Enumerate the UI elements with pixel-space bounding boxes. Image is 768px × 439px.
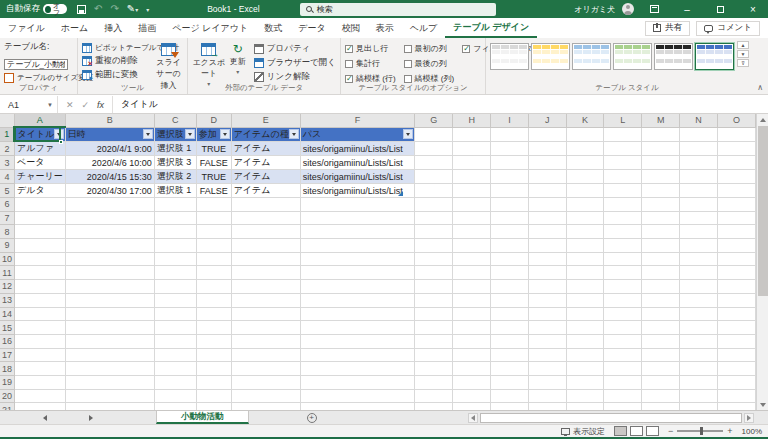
cell[interactable] (566, 156, 604, 170)
column-header-O[interactable]: O (718, 114, 756, 127)
cell[interactable] (680, 348, 718, 362)
cell[interactable] (415, 362, 453, 376)
cell[interactable] (15, 307, 66, 321)
cell[interactable] (491, 321, 529, 335)
cell[interactable] (718, 362, 756, 376)
row-header-11[interactable]: 11 (0, 266, 15, 280)
remove-duplicates-button[interactable]: ✕重複の削除 (82, 55, 154, 67)
cell[interactable] (642, 334, 680, 348)
scroll-right-icon[interactable] (744, 413, 754, 423)
row-header-9[interactable]: 9 (0, 239, 15, 253)
zoom-slider-thumb[interactable] (700, 427, 703, 435)
cell[interactable] (680, 266, 718, 280)
new-sheet-button[interactable]: + (307, 413, 317, 423)
cell[interactable] (604, 307, 642, 321)
cell[interactable] (65, 334, 154, 348)
cell[interactable] (415, 170, 453, 184)
table-header-cell[interactable]: 参加 (196, 127, 231, 142)
cell[interactable] (453, 321, 491, 335)
cell[interactable] (528, 184, 566, 198)
save-icon[interactable] (77, 5, 86, 14)
cell[interactable] (415, 239, 453, 253)
cell[interactable] (604, 225, 642, 239)
name-box-dropdown-icon[interactable]: ▼ (47, 102, 53, 108)
cell[interactable]: ベータ (15, 156, 66, 170)
tab-4[interactable]: ページ レイアウト (164, 18, 256, 38)
cell[interactable] (300, 389, 415, 403)
cell[interactable] (491, 170, 529, 184)
cell[interactable] (491, 156, 529, 170)
cell[interactable] (491, 334, 529, 348)
table-header-cell[interactable]: タイトル (15, 127, 66, 142)
cell[interactable] (300, 348, 415, 362)
collapse-ribbon-icon[interactable]: ∧ (757, 83, 763, 92)
search-input[interactable]: 検索 (300, 3, 496, 16)
cell[interactable] (415, 198, 453, 212)
cell[interactable] (491, 375, 529, 389)
cell[interactable] (415, 334, 453, 348)
horizontal-scrollbar[interactable] (468, 412, 768, 424)
cell[interactable] (528, 127, 566, 142)
cell[interactable] (528, 239, 566, 253)
row-header-19[interactable]: 19 (0, 375, 15, 389)
formula-input[interactable]: タイトル (113, 96, 158, 113)
cell[interactable] (680, 293, 718, 307)
next-sheet-icon[interactable] (84, 411, 98, 424)
cell[interactable] (491, 307, 529, 321)
table-header-cell[interactable]: パス (300, 127, 415, 142)
cell[interactable] (718, 348, 756, 362)
zoom-slider[interactable] (677, 430, 723, 432)
cell[interactable] (604, 170, 642, 184)
row-header-2[interactable]: 2 (0, 142, 15, 156)
cell[interactable] (453, 280, 491, 294)
cell[interactable] (566, 362, 604, 376)
properties-button[interactable]: プロパティ (254, 43, 336, 55)
cell[interactable] (415, 127, 453, 142)
cell[interactable] (642, 170, 680, 184)
cell[interactable] (642, 307, 680, 321)
cell[interactable] (528, 375, 566, 389)
cell[interactable] (15, 348, 66, 362)
autosave-toggle[interactable]: 自動保存 オフ (6, 3, 67, 15)
cell[interactable] (718, 225, 756, 239)
cell[interactable]: 2020/4/30 17:00 (65, 184, 154, 198)
cell[interactable] (491, 198, 529, 212)
cell[interactable] (718, 307, 756, 321)
export-button[interactable]: → エクスポート▾ (192, 41, 226, 87)
style-option-checkbox[interactable]: 最初の列 (404, 43, 455, 54)
cell[interactable] (680, 321, 718, 335)
cell[interactable] (231, 389, 300, 403)
tab-5[interactable]: 数式 (256, 18, 290, 38)
style-option-checkbox[interactable]: 最後の列 (404, 58, 455, 69)
scroll-up-icon[interactable] (758, 114, 768, 125)
cell[interactable] (491, 239, 529, 253)
cell[interactable] (680, 334, 718, 348)
cell[interactable] (604, 321, 642, 335)
cell[interactable] (528, 389, 566, 403)
fill-handle[interactable] (59, 140, 63, 144)
table-header-cell[interactable]: アイテムの種類 (231, 127, 300, 142)
cell[interactable] (300, 211, 415, 225)
column-header-M[interactable]: M (642, 114, 680, 127)
cell[interactable] (15, 389, 66, 403)
table-style-blue[interactable] (695, 43, 734, 70)
cell[interactable] (196, 280, 231, 294)
prev-sheet-icon[interactable] (38, 411, 52, 424)
cell[interactable]: アイテム (231, 142, 300, 156)
cell[interactable] (65, 362, 154, 376)
cell[interactable] (491, 280, 529, 294)
cell[interactable] (680, 156, 718, 170)
cell[interactable] (642, 184, 680, 198)
cell[interactable] (231, 225, 300, 239)
cell[interactable] (65, 403, 154, 410)
cell[interactable] (642, 198, 680, 212)
cell[interactable] (718, 170, 756, 184)
cell[interactable] (566, 403, 604, 410)
row-header-7[interactable]: 7 (0, 211, 15, 225)
display-settings-button[interactable]: 表示設定 (561, 426, 605, 437)
cell[interactable] (680, 362, 718, 376)
cell[interactable]: アルファ (15, 142, 66, 156)
cell[interactable] (453, 334, 491, 348)
cell[interactable] (528, 225, 566, 239)
cell[interactable] (154, 389, 196, 403)
